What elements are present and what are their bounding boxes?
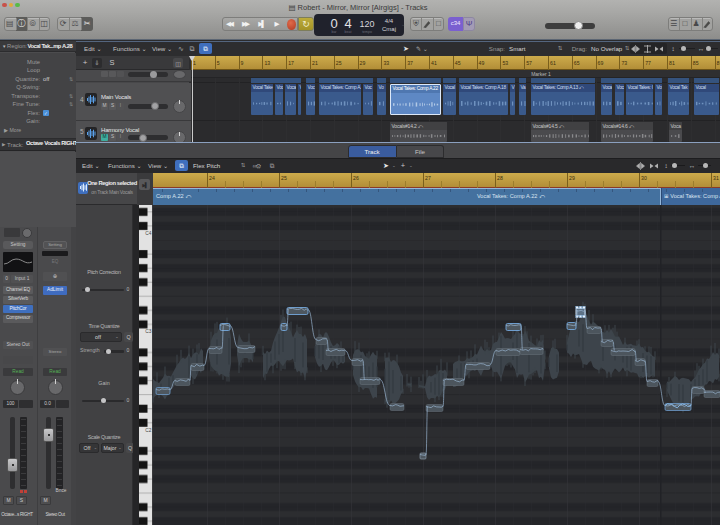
svg-text:C2: C2 xyxy=(145,428,151,433)
svg-text:C3: C3 xyxy=(145,329,151,334)
svg-text:C4: C4 xyxy=(145,231,151,236)
